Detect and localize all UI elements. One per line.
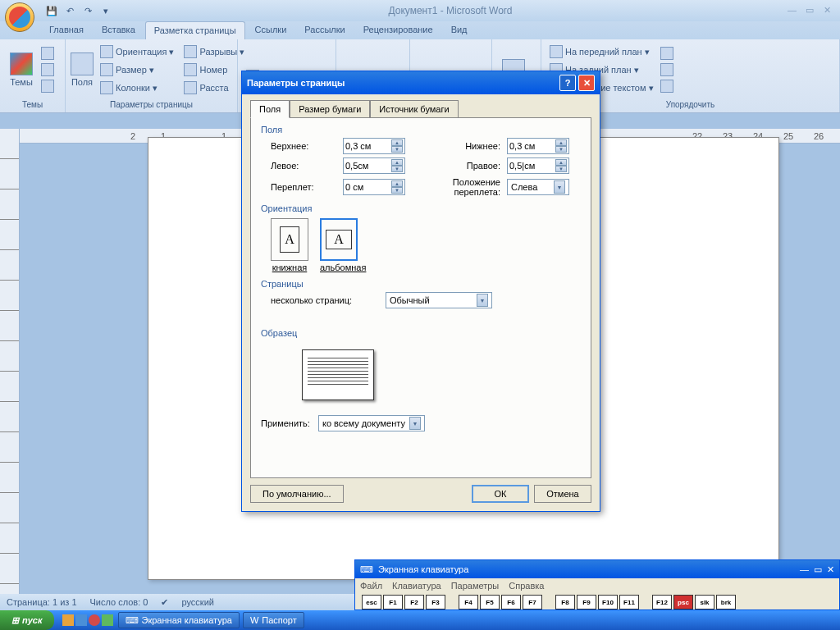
minimize-icon[interactable]: — [788, 5, 801, 16]
dialog-tab-paper[interactable]: Размер бумаги [290, 100, 370, 118]
osk-menu-keyboard[interactable]: Клавиатура [392, 581, 441, 591]
pages-section: Страницы [261, 279, 581, 289]
osk-key[interactable]: psc [673, 595, 693, 609]
margins-section: Поля [261, 125, 581, 135]
status-lang[interactable]: русский [181, 597, 213, 607]
osk-key[interactable]: F2 [404, 595, 424, 609]
osk-menu-file[interactable]: Файл [360, 581, 382, 591]
osk-close-icon[interactable]: ✕ [827, 564, 834, 575]
tab-home[interactable]: Главная [41, 21, 92, 39]
tab-view[interactable]: Вид [443, 21, 476, 39]
taskbar: ⊞ пуск ⌨Экранная клавиатура WПаспорт [0, 610, 840, 630]
gutter-pos-combo[interactable]: Слева▼ [507, 179, 569, 195]
quick-access-toolbar: 💾 ↶ ↷ ▾ [44, 3, 113, 18]
left-margin-label: Левое: [271, 161, 343, 171]
dialog-titlebar[interactable]: Параметры страницы ? ✕ [242, 71, 600, 94]
columns-button[interactable]: Колонки ▾ [97, 80, 177, 96]
keyboard-icon: ⌨ [126, 615, 139, 626]
osk-key[interactable]: F6 [501, 595, 521, 609]
maximize-icon[interactable]: ▭ [806, 5, 819, 16]
redo-icon[interactable]: ↷ [80, 3, 95, 18]
dialog-tab-source[interactable]: Источник бумаги [370, 100, 458, 118]
tab-references[interactable]: Ссылки [247, 21, 295, 39]
margins-icon [71, 52, 94, 75]
quick-launch-icon[interactable] [89, 614, 100, 626]
theme-colors-icon[interactable] [41, 47, 54, 60]
bottom-margin-label: Нижнее: [435, 141, 507, 151]
left-margin-input[interactable]: ▲▼ [343, 158, 405, 174]
gutter-label: Переплет: [271, 182, 343, 192]
close-icon[interactable]: ✕ [824, 5, 837, 16]
taskbar-item-passport[interactable]: WПаспорт [243, 612, 304, 628]
osk-key[interactable]: F1 [383, 595, 403, 609]
osk-maximize-icon[interactable]: ▭ [814, 564, 822, 575]
quick-launch-icon[interactable] [102, 614, 113, 626]
osk-key[interactable]: F4 [459, 595, 478, 609]
bring-front-button[interactable]: На передний план ▾ [546, 43, 657, 60]
osk-key[interactable]: F12 [652, 595, 672, 609]
status-proof-icon[interactable]: ✔ [161, 597, 168, 608]
tab-page-layout[interactable]: Разметка страницы [145, 21, 245, 39]
align-icon[interactable] [660, 47, 673, 60]
osk-key[interactable]: F8 [555, 595, 575, 609]
hyphenation-icon [184, 81, 197, 94]
theme-fonts-icon[interactable] [41, 63, 54, 76]
quick-launch-icon[interactable] [75, 614, 87, 626]
start-button[interactable]: ⊞ пуск [0, 610, 54, 630]
qat-dropdown-icon[interactable]: ▾ [98, 3, 113, 18]
multi-pages-label: несколько страниц: [271, 295, 386, 305]
window-title: Документ1 - Microsoft Word [113, 5, 788, 16]
apply-combo[interactable]: ко всему документу▼ [318, 415, 425, 431]
landscape-button[interactable]: A [320, 218, 358, 261]
orientation-icon [100, 45, 113, 58]
save-icon[interactable]: 💾 [44, 3, 59, 18]
office-button[interactable] [5, 2, 34, 32]
dialog-help-button[interactable]: ? [559, 75, 576, 91]
tab-review[interactable]: Рецензирование [355, 21, 441, 39]
osk-key[interactable]: slk [695, 595, 714, 609]
osk-key[interactable]: brk [716, 595, 736, 609]
themes-button[interactable]: Темы [5, 41, 38, 98]
portrait-button[interactable]: A [271, 218, 308, 261]
right-margin-input[interactable]: ▲▼ [507, 158, 569, 174]
dialog-close-button[interactable]: ✕ [578, 75, 595, 91]
osk-minimize-icon[interactable]: — [800, 564, 809, 574]
dialog-tab-margins[interactable]: Поля [250, 100, 290, 118]
osk-key[interactable]: F5 [480, 595, 500, 609]
osk-menu-params[interactable]: Параметры [451, 581, 500, 591]
margins-button[interactable]: Поля [71, 41, 94, 98]
bottom-margin-input[interactable]: ▲▼ [507, 138, 569, 154]
status-page[interactable]: Страница: 1 из 1 [7, 597, 77, 607]
osk-key[interactable]: F3 [426, 595, 445, 609]
preview-icon [302, 349, 374, 400]
orientation-button[interactable]: Ориентация ▾ [97, 43, 177, 60]
cancel-button[interactable]: Отмена [534, 485, 591, 503]
multi-pages-combo[interactable]: Обычный▼ [386, 292, 492, 308]
theme-effects-icon[interactable] [41, 80, 54, 93]
osk-key[interactable]: F7 [523, 595, 542, 609]
word-icon: W [250, 615, 258, 625]
osk-key[interactable]: F9 [577, 595, 596, 609]
osk-titlebar[interactable]: ⌨ Экранная клавиатура — ▭ ✕ [355, 560, 839, 578]
undo-icon[interactable]: ↶ [62, 3, 77, 18]
size-button[interactable]: Размер ▾ [97, 62, 177, 78]
group-icon[interactable] [660, 63, 673, 76]
osk-menu-help[interactable]: Справка [509, 581, 544, 591]
top-margin-input[interactable]: ▲▼ [343, 138, 405, 154]
osk-key[interactable]: F10 [598, 595, 618, 609]
vertical-ruler[interactable] [0, 129, 20, 594]
quick-launch-icon[interactable] [62, 614, 74, 626]
osk-key-row: escF1F2F3F4F5F6F7F8F9F10F11F12pscslkbrk [355, 593, 839, 611]
ok-button[interactable]: ОК [472, 485, 529, 503]
rotate-icon[interactable] [660, 80, 673, 93]
status-words[interactable]: Число слов: 0 [90, 597, 148, 607]
portrait-label: книжная [271, 262, 308, 272]
gutter-input[interactable]: ▲▼ [343, 179, 405, 195]
osk-key[interactable]: esc [362, 595, 381, 609]
default-button[interactable]: По умолчанию... [250, 485, 344, 503]
keyboard-icon: ⌨ [360, 564, 373, 575]
taskbar-item-osk[interactable]: ⌨Экранная клавиатура [118, 612, 240, 628]
osk-key[interactable]: F11 [619, 595, 639, 609]
tab-insert[interactable]: Вставка [94, 21, 144, 39]
tab-mailings[interactable]: Рассылки [296, 21, 353, 39]
